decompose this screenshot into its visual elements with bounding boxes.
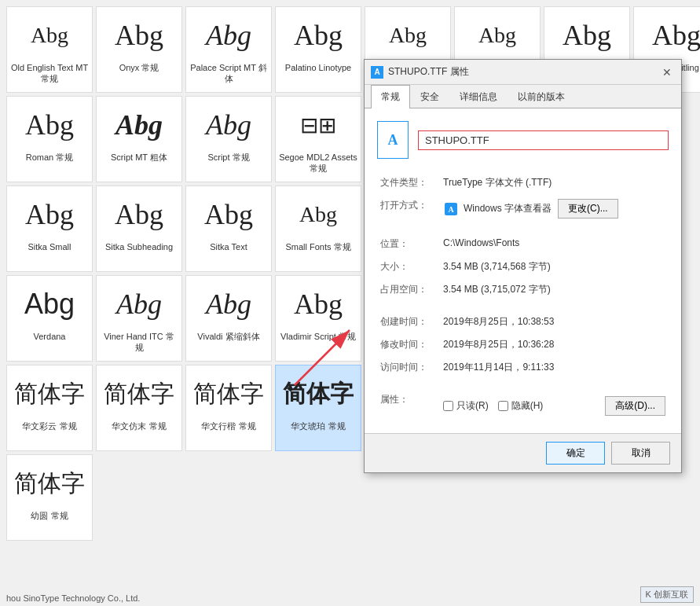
open-with-label: 打开方式： <box>377 194 440 223</box>
font-preview: Abg <box>116 281 162 328</box>
tab-previous-versions[interactable]: 以前的版本 <box>508 85 575 108</box>
font-preview: Abg <box>206 12 251 59</box>
file-type-value: TrueType 字体文件 (.TTF) <box>440 171 669 194</box>
font-item-script-bold[interactable]: Abg Script MT 粗体 <box>96 96 182 182</box>
hidden-checkbox[interactable] <box>498 401 508 411</box>
font-item-small-fonts[interactable]: Abg Small Fonts 常规 <box>275 185 361 272</box>
hidden-checkbox-label[interactable]: 隐藏(H) <box>498 399 544 413</box>
font-item-caiyun[interactable]: 简体字 华文彩云 常规 <box>6 365 93 451</box>
font-preview: 简体字 <box>14 370 85 417</box>
open-with-row: 打开方式： A Windows 字体查看器 更改(C)... <box>377 194 669 223</box>
readonly-label: 只读(R) <box>456 399 489 413</box>
font-item-vladimir[interactable]: Abg Vladimir Script 常规 <box>275 275 361 362</box>
dialog-title-area: A STHUPO.TTF 属性 <box>371 65 469 79</box>
font-preview: Abg <box>294 281 343 328</box>
font-name: Small Fonts 常规 <box>285 241 350 252</box>
font-item-palatino[interactable]: Abg Palatino Linotype <box>275 6 361 93</box>
font-item-hupo[interactable]: 简体字 华文琥珀 常规 <box>275 365 361 451</box>
font-preview: Abg <box>31 12 68 59</box>
file-type-label: 文件类型： <box>377 171 440 194</box>
size-value: 3.54 MB (3,714,568 字节) <box>440 255 669 278</box>
font-name: Palace Script MT 斜体 <box>189 62 268 85</box>
font-preview: Abg <box>25 101 74 149</box>
ok-button[interactable]: 确定 <box>546 442 605 465</box>
font-name: Script MT 粗体 <box>111 152 167 163</box>
font-item-roman[interactable]: Abg Roman 常规 <box>6 96 93 182</box>
font-item-sitka-small[interactable]: Abg Sitka Small <box>6 185 93 272</box>
open-with-cell: A Windows 字体查看器 更改(C)... <box>440 194 669 223</box>
brand-logo: K 创新互联 <box>640 586 694 603</box>
font-item-sitka-subheading[interactable]: Abg Sitka Subheading <box>96 185 182 272</box>
font-item-sitka-text[interactable]: Abg Sitka Text <box>185 185 272 272</box>
svg-text:A: A <box>448 205 454 214</box>
font-item-viner[interactable]: Abg Viner Hand ITC 常规 <box>96 275 182 362</box>
dialog-file-icon: A <box>371 66 383 79</box>
properties-table: 文件类型： TrueType 字体文件 (.TTF) 打开方式： A Windo… <box>377 171 669 421</box>
font-name: Vivaldi 紧缩斜体 <box>197 331 259 342</box>
brand-box: K 创新互联 <box>640 586 694 603</box>
font-item-script[interactable]: Abg Script 常规 <box>185 96 272 182</box>
font-preview: 简体字 <box>14 460 85 507</box>
attributes-row: 属性： 只读(R) 隐藏(H) 高级(D)... <box>377 388 669 421</box>
file-name-input[interactable] <box>418 130 669 150</box>
change-app-button[interactable]: 更改(C)... <box>558 199 618 219</box>
created-value: 2019年8月25日，10:38:53 <box>440 310 669 333</box>
dialog-content: A 文件类型： TrueType 字体文件 (.TTF) 打开方式： A <box>365 108 681 433</box>
font-preview: 简体字 <box>193 370 264 417</box>
modified-value: 2019年8月25日，10:36:28 <box>440 333 669 356</box>
file-type-row: 文件类型： TrueType 字体文件 (.TTF) <box>377 171 669 194</box>
font-item-xingkai[interactable]: 简体字 华文行楷 常规 <box>185 365 272 451</box>
font-viewer-icon: A <box>443 201 459 217</box>
accessed-label: 访问时间： <box>377 356 440 379</box>
readonly-checkbox[interactable] <box>443 401 453 411</box>
font-item-youyuan[interactable]: 简体字 幼圆 常规 <box>6 454 93 541</box>
font-preview: Abg <box>24 281 75 328</box>
accessed-row: 访问时间： 2019年11月14日，9:11:33 <box>377 356 669 379</box>
font-item-onyx[interactable]: Abg Onyx 常规 <box>96 6 182 93</box>
font-name: Old English Text MT 常规 <box>10 62 89 85</box>
attributes-area: 只读(R) 隐藏(H) 高级(D)... <box>443 396 665 416</box>
created-label: 创建时间： <box>377 310 440 333</box>
dialog-tabs: 常规 安全 详细信息 以前的版本 <box>365 85 681 108</box>
cancel-button[interactable]: 取消 <box>611 442 670 465</box>
disk-size-row: 占用空间： 3.54 MB (3,715,072 字节) <box>377 278 669 301</box>
brand-name: 创新互联 <box>654 589 688 599</box>
advanced-button[interactable]: 高级(D)... <box>605 396 665 416</box>
font-name: 华文行楷 常规 <box>201 421 255 432</box>
font-item-verdana[interactable]: Abg Verdana <box>6 275 93 362</box>
attributes-label: 属性： <box>377 388 440 421</box>
font-name: Sitka Small <box>27 241 71 252</box>
font-name: Roman 常规 <box>26 152 74 163</box>
font-item-vivaldi[interactable]: Abg Vivaldi 紧缩斜体 <box>185 275 272 362</box>
font-preview: Abg <box>389 12 427 59</box>
font-name: Sitka Subheading <box>105 241 173 252</box>
modified-row: 修改时间： 2019年8月25日，10:36:28 <box>377 333 669 356</box>
font-preview: Abg <box>204 191 253 238</box>
font-name: 华文彩云 常规 <box>22 421 76 432</box>
dialog-close-button[interactable]: ✕ <box>659 64 675 80</box>
open-with-value: Windows 字体查看器 <box>464 202 552 215</box>
tab-security[interactable]: 安全 <box>410 85 449 108</box>
dialog-title-text: STHUPO.TTF 属性 <box>388 65 469 79</box>
disk-size-value: 3.54 MB (3,715,072 字节) <box>440 278 669 301</box>
accessed-value: 2019年11月14日，9:11:33 <box>440 356 669 379</box>
brand-icon: K <box>646 589 651 599</box>
empty-row3 <box>377 379 669 388</box>
location-label: 位置： <box>377 233 440 255</box>
readonly-checkbox-label[interactable]: 只读(R) <box>443 399 489 413</box>
font-item-segoe-mdl2[interactable]: ⊟⊞ Segoe MDL2 Assets 常规 <box>275 96 361 182</box>
empty-row <box>377 223 669 233</box>
tab-details[interactable]: 详细信息 <box>449 85 508 108</box>
font-preview: Abg <box>294 12 343 59</box>
font-name: Palatino Linotype <box>285 62 351 73</box>
open-with-area: A Windows 字体查看器 更改(C)... <box>443 199 665 219</box>
font-item-fangsong[interactable]: 简体字 华文仿末 常规 <box>96 365 182 451</box>
font-name: Onyx 常规 <box>119 62 159 73</box>
font-preview: Abg <box>563 12 611 59</box>
font-item-palace-script[interactable]: Abg Palace Script MT 斜体 <box>185 6 272 93</box>
font-preview: ⊟⊞ <box>300 101 336 149</box>
location-row: 位置： C:\Windows\Fonts <box>377 233 669 255</box>
tab-general[interactable]: 常规 <box>371 85 410 108</box>
font-item-old-english[interactable]: Abg Old English Text MT 常规 <box>6 6 93 93</box>
disk-size-label: 占用空间： <box>377 278 440 301</box>
